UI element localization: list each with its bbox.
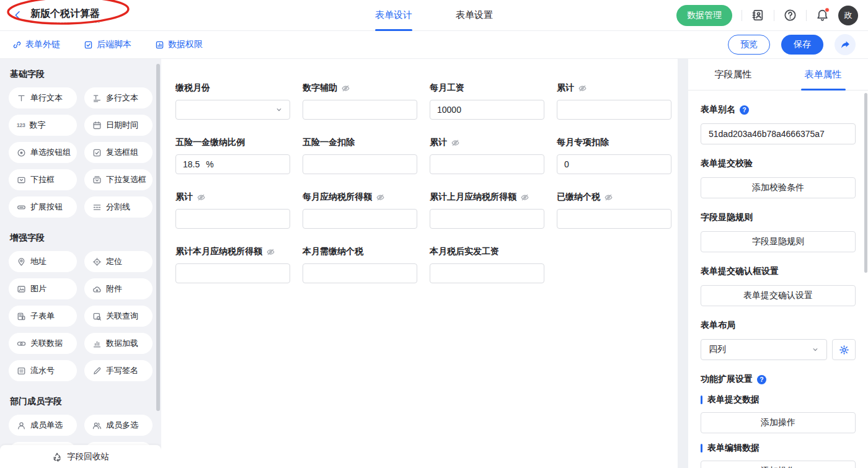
tab-label: 表单设计 [375, 9, 412, 21]
sidebar-scrollbar[interactable] [156, 64, 160, 411]
chevron-down-icon [811, 345, 820, 354]
sidebar-item-locate[interactable]: 定位 [84, 251, 153, 272]
confirm-box-button[interactable]: 表单提交确认设置 [701, 285, 856, 306]
form-field[interactable]: 累计上月应纳税所得额 [430, 192, 544, 229]
sidebar-item-divider[interactable]: 分割线 [84, 196, 153, 218]
tab-form-properties[interactable]: 表单属性 [778, 59, 868, 90]
form-alias-input[interactable]: 51dad203a46b78a4666375a7 [701, 123, 856, 144]
avatar[interactable]: 政 [838, 6, 858, 25]
sidebar-item-linked-query[interactable]: 关联查询 [84, 306, 153, 327]
save-button[interactable]: 保存 [781, 35, 823, 55]
field-input[interactable] [303, 100, 417, 120]
form-field[interactable]: 数字辅助 [303, 82, 417, 120]
field-label: 累计本月应纳税所得额 [175, 246, 290, 257]
form-field[interactable]: 每月应纳税所得额 [303, 192, 417, 229]
sidebar-item-label: 关联数据 [30, 338, 63, 349]
question-help-icon[interactable]: ? [740, 105, 749, 115]
sidebar-item-data-load[interactable]: 数据加载 [84, 333, 153, 354]
sidebar-item-member-single[interactable]: 成员单选 [9, 415, 77, 436]
sidebar-item-number[interactable]: 123数字 [9, 115, 77, 136]
form-field[interactable]: 累计 [175, 192, 290, 229]
back-chevron-icon[interactable] [12, 10, 23, 20]
preview-button[interactable]: 预览 [728, 35, 770, 55]
tab-field-properties[interactable]: 字段属性 [688, 59, 778, 90]
question-help-icon[interactable]: ? [757, 375, 766, 384]
visibility-rules-button[interactable]: 字段显隐规则 [701, 231, 856, 252]
field-input[interactable] [303, 209, 417, 229]
field-label-text: 累计 [175, 192, 193, 203]
divider [742, 10, 742, 21]
sidebar-item-serial-number[interactable]: 流水号 [9, 360, 77, 381]
field-input[interactable]: 18.5% [175, 154, 290, 174]
form-field[interactable]: 每月工资10000 [430, 82, 544, 120]
field-input[interactable] [303, 263, 417, 283]
add-action-submit-button[interactable]: 添加操作 [701, 412, 856, 433]
sidebar-item-member-multi[interactable]: 成员多选 [84, 415, 153, 436]
sidebar-item-radio-group[interactable]: 单选按钮组 [9, 142, 77, 163]
field-input[interactable] [175, 263, 290, 283]
tab-form-design[interactable]: 表单设计 [375, 0, 412, 31]
form-field[interactable]: 缴税月份 [175, 82, 290, 120]
field-select[interactable] [175, 100, 290, 120]
form-field[interactable]: 本月需缴纳个税 [303, 246, 417, 283]
field-input[interactable] [430, 209, 544, 229]
form-field[interactable]: 累计本月应纳税所得额 [175, 246, 290, 283]
data-manage-button[interactable]: 数据管理 [676, 5, 732, 26]
field-input[interactable] [430, 263, 544, 283]
field-input[interactable]: 10000 [430, 100, 544, 120]
tab-form-settings[interactable]: 表单设置 [456, 0, 493, 31]
field-input[interactable] [303, 154, 417, 174]
sidebar-item-extend-button[interactable]: 扩展按钮 [9, 196, 77, 218]
help-icon[interactable] [784, 9, 797, 22]
sidebar-item-select[interactable]: 下拉框 [9, 169, 77, 190]
sidebar-item-multi-select[interactable]: 下拉复选框 [84, 169, 153, 190]
add-action-edit-button[interactable]: 添加操作 [701, 461, 856, 468]
form-external-link[interactable]: 表单外链 [12, 39, 60, 50]
form-canvas[interactable]: 缴税月份数字辅助每月工资10000累计五险一金缴纳比例18.5%五险一金扣除累计… [161, 59, 678, 468]
panel-scrollbar[interactable] [864, 93, 867, 273]
form-field[interactable]: 本月税后实发工资 [430, 246, 544, 283]
sidebar-item-multi-line-text[interactable]: 多行文本 [84, 87, 153, 108]
locate-icon [92, 257, 102, 267]
sidebar-item-label: 流水号 [30, 365, 55, 376]
field-input[interactable] [557, 100, 671, 120]
sidebar-item-single-line-text[interactable]: 单行文本 [9, 87, 77, 108]
field-recycle-bin[interactable]: 字段回收站 [0, 445, 161, 468]
field-label: 数字辅助 [303, 82, 417, 94]
sidebar-item-signature[interactable]: 手写签名 [84, 360, 153, 381]
divider-icon [92, 203, 102, 212]
form-field[interactable]: 累计 [430, 137, 544, 174]
backend-script-link[interactable]: 后端脚本 [84, 39, 131, 50]
sidebar-item-datetime[interactable]: 日期时间 [84, 115, 153, 136]
form-field[interactable]: 已缴纳个税 [557, 192, 671, 229]
field-input[interactable]: 0 [557, 154, 671, 174]
form-field[interactable]: 五险一金扣除 [303, 137, 417, 174]
sidebar-item-image[interactable]: 图片 [9, 278, 77, 299]
image-icon [17, 285, 26, 294]
sidebar-item-address[interactable]: 地址 [9, 251, 77, 272]
data-permission-icon [155, 40, 164, 50]
field-input[interactable] [557, 209, 671, 229]
sidebar-item-attachment[interactable]: 附件 [84, 278, 153, 299]
contacts-icon[interactable] [751, 9, 764, 22]
field-input[interactable] [430, 154, 544, 174]
form-field[interactable]: 每月专项扣除0 [557, 137, 671, 174]
form-field[interactable]: 累计 [557, 82, 671, 120]
field-label: 累计 [175, 192, 290, 203]
share-button[interactable] [835, 34, 856, 55]
attachment-icon [92, 285, 102, 294]
notification-bell-icon[interactable] [816, 9, 829, 22]
sidebar-item-linked-data[interactable]: 关联数据 [9, 333, 77, 354]
extensions-heading: 功能扩展设置 ? [701, 374, 856, 385]
layout-settings-button[interactable] [832, 339, 856, 360]
field-label-text: 五险一金缴纳比例 [175, 137, 245, 148]
data-permission-link[interactable]: 数据权限 [155, 39, 203, 50]
form-field[interactable]: 五险一金缴纳比例18.5% [175, 137, 290, 174]
form-layout-select[interactable]: 四列 [701, 339, 827, 360]
field-input[interactable] [175, 209, 290, 229]
form-layout-heading: 表单布局 [701, 320, 856, 331]
form-alias-value: 51dad203a46b78a4666375a7 [709, 129, 825, 139]
add-validation-button[interactable]: 添加校验条件 [701, 177, 856, 198]
sidebar-item-subform[interactable]: 子表单 [9, 306, 77, 327]
sidebar-item-checkbox-group[interactable]: 复选框组 [84, 142, 153, 163]
